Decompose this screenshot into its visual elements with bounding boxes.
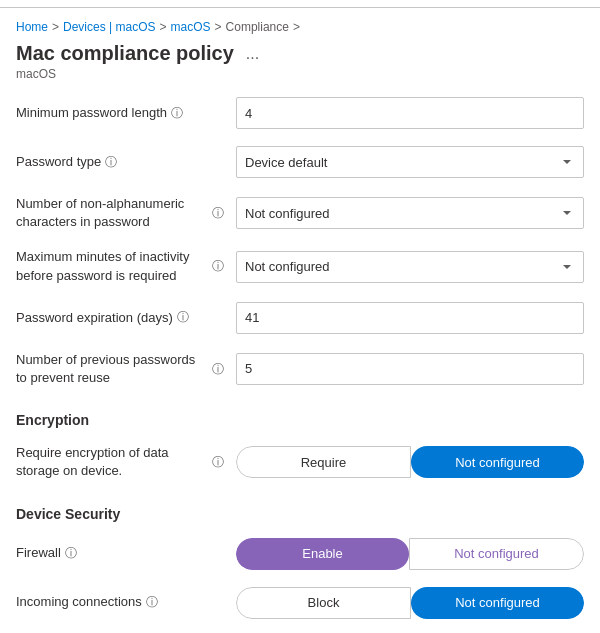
control-prev-passwords bbox=[236, 353, 584, 385]
label-password-type: Password type ⓘ bbox=[16, 153, 236, 171]
page-header: Mac compliance policy ... macOS bbox=[0, 38, 600, 89]
row-prev-passwords: Number of previous passwords to prevent … bbox=[16, 343, 584, 396]
breadcrumb-sep-3: > bbox=[215, 20, 222, 34]
control-password-expiration bbox=[236, 302, 584, 334]
select-password-type[interactable]: Device default Alphanumeric Numeric bbox=[236, 146, 584, 178]
toggle-incoming-connections: Block Not configured bbox=[236, 587, 584, 619]
section-device-security: Device Security bbox=[16, 490, 584, 530]
ellipsis-button[interactable]: ... bbox=[242, 45, 263, 63]
info-icon-firewall[interactable]: ⓘ bbox=[65, 545, 77, 562]
row-password-expiration: Password expiration (days) ⓘ bbox=[16, 294, 584, 343]
toggle-encryption-require[interactable]: Require bbox=[236, 446, 411, 478]
info-icon-non-alpha[interactable]: ⓘ bbox=[212, 205, 224, 222]
label-min-password-length: Minimum password length ⓘ bbox=[16, 104, 236, 122]
row-stealth-mode: Stealth Mode ⓘ Enable Not configured bbox=[16, 628, 584, 634]
label-non-alpha-chars: Number of non-alphanumeric characters in… bbox=[16, 195, 236, 231]
label-password-expiration: Password expiration (days) ⓘ bbox=[16, 309, 236, 327]
toggle-incoming-block[interactable]: Block bbox=[236, 587, 411, 619]
section-encryption: Encryption bbox=[16, 396, 584, 436]
page-subtitle: macOS bbox=[16, 67, 584, 81]
row-incoming-connections: Incoming connections ⓘ Block Not configu… bbox=[16, 579, 584, 628]
toggle-firewall-enable[interactable]: Enable bbox=[236, 538, 409, 570]
select-inactivity[interactable]: Not configured 1 minute 5 minutes bbox=[236, 251, 584, 283]
toggle-encryption-not-configured[interactable]: Not configured bbox=[411, 446, 584, 478]
info-icon-inactivity[interactable]: ⓘ bbox=[212, 258, 224, 275]
toggle-encryption: Require Not configured bbox=[236, 446, 584, 478]
toggle-incoming-not-configured[interactable]: Not configured bbox=[411, 587, 584, 619]
label-firewall: Firewall ⓘ bbox=[16, 544, 236, 562]
info-icon-min-password[interactable]: ⓘ bbox=[171, 105, 183, 122]
info-icon-encryption[interactable]: ⓘ bbox=[212, 454, 224, 471]
breadcrumb-sep-2: > bbox=[160, 20, 167, 34]
breadcrumb: Home > Devices | macOS > macOS > Complia… bbox=[0, 12, 600, 38]
control-min-password-length bbox=[236, 97, 584, 129]
breadcrumb-compliance: Compliance bbox=[226, 20, 289, 34]
control-inactivity: Not configured 1 minute 5 minutes bbox=[236, 251, 584, 283]
form-content: Minimum password length ⓘ Password type … bbox=[0, 89, 600, 633]
row-min-password-length: Minimum password length ⓘ bbox=[16, 89, 584, 138]
info-icon-password-type[interactable]: ⓘ bbox=[105, 154, 117, 171]
control-firewall: Enable Not configured bbox=[236, 538, 584, 570]
toggle-firewall: Enable Not configured bbox=[236, 538, 584, 570]
breadcrumb-sep-4: > bbox=[293, 20, 300, 34]
info-icon-prev-passwords[interactable]: ⓘ bbox=[212, 361, 224, 378]
info-icon-incoming-connections[interactable]: ⓘ bbox=[146, 594, 158, 611]
breadcrumb-sep-1: > bbox=[52, 20, 59, 34]
input-password-expiration[interactable] bbox=[236, 302, 584, 334]
info-icon-password-expiration[interactable]: ⓘ bbox=[177, 309, 189, 326]
breadcrumb-home[interactable]: Home bbox=[16, 20, 48, 34]
label-inactivity: Maximum minutes of inactivity before pas… bbox=[16, 248, 236, 284]
row-non-alpha-chars: Number of non-alphanumeric characters in… bbox=[16, 187, 584, 240]
row-require-encryption: Require encryption of data storage on de… bbox=[16, 436, 584, 489]
control-incoming-connections: Block Not configured bbox=[236, 587, 584, 619]
row-firewall: Firewall ⓘ Enable Not configured bbox=[16, 530, 584, 579]
page-title-text: Mac compliance policy bbox=[16, 42, 234, 65]
breadcrumb-macos[interactable]: macOS bbox=[171, 20, 211, 34]
control-non-alpha-chars: Not configured 1 2 bbox=[236, 197, 584, 229]
breadcrumb-devices[interactable]: Devices | macOS bbox=[63, 20, 155, 34]
label-require-encryption: Require encryption of data storage on de… bbox=[16, 444, 236, 480]
row-password-type: Password type ⓘ Device default Alphanume… bbox=[16, 138, 584, 187]
input-prev-passwords[interactable] bbox=[236, 353, 584, 385]
label-incoming-connections: Incoming connections ⓘ bbox=[16, 593, 236, 611]
control-password-type: Device default Alphanumeric Numeric bbox=[236, 146, 584, 178]
toggle-firewall-not-configured[interactable]: Not configured bbox=[409, 538, 584, 570]
control-require-encryption: Require Not configured bbox=[236, 446, 584, 478]
input-min-password-length[interactable] bbox=[236, 97, 584, 129]
row-inactivity: Maximum minutes of inactivity before pas… bbox=[16, 240, 584, 293]
select-non-alpha-chars[interactable]: Not configured 1 2 bbox=[236, 197, 584, 229]
label-prev-passwords: Number of previous passwords to prevent … bbox=[16, 351, 236, 387]
